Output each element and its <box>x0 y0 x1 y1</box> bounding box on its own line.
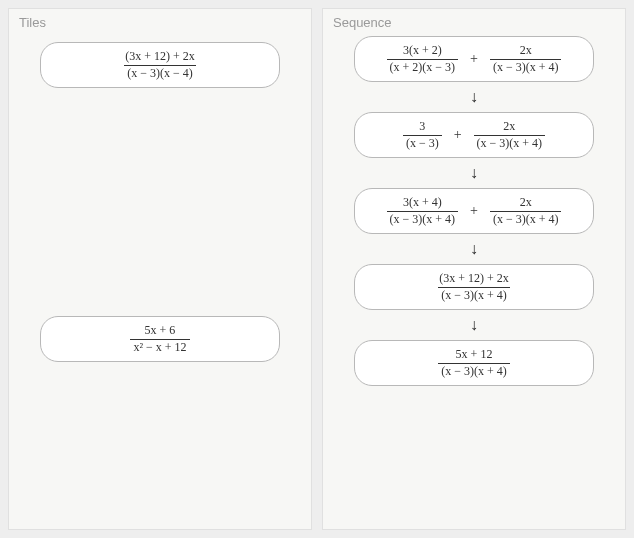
sequence-step-3[interactable]: 3(x + 4) (x − 3)(x + 4) + 2x (x − 3)(x +… <box>354 188 594 234</box>
tile-1-expression: (3x + 12) + 2x (x − 3)(x − 4) <box>122 50 198 79</box>
tile-2[interactable]: 5x + 6 x² − x + 12 <box>40 316 280 362</box>
seq4-num: (3x + 12) + 2x <box>436 272 512 286</box>
seq3-expression: 3(x + 4) (x − 3)(x + 4) + 2x (x − 3)(x +… <box>387 196 562 225</box>
seq1-expression: 3(x + 2) (x + 2)(x − 3) + 2x (x − 3)(x +… <box>387 44 562 73</box>
tile-2-expression: 5x + 6 x² − x + 12 <box>130 324 189 353</box>
seq1-right-num: 2x <box>517 44 535 58</box>
seq5-num: 5x + 12 <box>453 348 496 362</box>
seq1-left-num: 3(x + 2) <box>400 44 445 58</box>
sequence-panel-title: Sequence <box>333 15 615 30</box>
seq3-left-den: (x − 3)(x + 4) <box>387 211 459 226</box>
tile-1[interactable]: (3x + 12) + 2x (x − 3)(x − 4) <box>40 42 280 88</box>
sequence-step-2[interactable]: 3 (x − 3) + 2x (x − 3)(x + 4) <box>354 112 594 158</box>
tiles-panel: Tiles (3x + 12) + 2x (x − 3)(x − 4) 5x +… <box>8 8 312 530</box>
arrow-down-icon: ↓ <box>470 165 478 181</box>
seq5-expression: 5x + 12 (x − 3)(x + 4) <box>438 348 510 377</box>
seq2-right-num: 2x <box>500 120 518 134</box>
sequence-area: 3(x + 2) (x + 2)(x − 3) + 2x (x − 3)(x +… <box>333 36 615 386</box>
tile-1-denominator: (x − 3)(x − 4) <box>124 65 196 80</box>
seq3-left-num: 3(x + 4) <box>400 196 445 210</box>
seq3-right-den: (x − 3)(x + 4) <box>490 211 562 226</box>
arrow-down-icon: ↓ <box>470 241 478 257</box>
arrow-down-icon: ↓ <box>470 317 478 333</box>
arrow-down-icon: ↓ <box>470 89 478 105</box>
seq3-right-num: 2x <box>517 196 535 210</box>
seq2-left-den: (x − 3) <box>403 135 442 150</box>
tile-2-numerator: 5x + 6 <box>142 324 179 338</box>
seq4-expression: (3x + 12) + 2x (x − 3)(x + 4) <box>436 272 512 301</box>
seq5-den: (x − 3)(x + 4) <box>438 363 510 378</box>
seq2-expression: 3 (x − 3) + 2x (x − 3)(x + 4) <box>403 120 545 149</box>
plus-icon: + <box>452 127 464 143</box>
seq4-den: (x − 3)(x + 4) <box>438 287 510 302</box>
tile-2-denominator: x² − x + 12 <box>130 339 189 354</box>
plus-icon: + <box>468 203 480 219</box>
sequence-step-1[interactable]: 3(x + 2) (x + 2)(x − 3) + 2x (x − 3)(x +… <box>354 36 594 82</box>
seq1-right-den: (x − 3)(x + 4) <box>490 59 562 74</box>
tiles-panel-title: Tiles <box>19 15 301 30</box>
seq2-left-num: 3 <box>416 120 428 134</box>
tiles-area: (3x + 12) + 2x (x − 3)(x − 4) 5x + 6 x² … <box>19 36 301 519</box>
seq2-right-den: (x − 3)(x + 4) <box>474 135 546 150</box>
sequence-panel: Sequence 3(x + 2) (x + 2)(x − 3) + 2x (x… <box>322 8 626 530</box>
plus-icon: + <box>468 51 480 67</box>
tile-1-numerator: (3x + 12) + 2x <box>122 50 198 64</box>
sequence-step-4[interactable]: (3x + 12) + 2x (x − 3)(x + 4) <box>354 264 594 310</box>
seq1-left-den: (x + 2)(x − 3) <box>387 59 459 74</box>
sequence-step-5[interactable]: 5x + 12 (x − 3)(x + 4) <box>354 340 594 386</box>
